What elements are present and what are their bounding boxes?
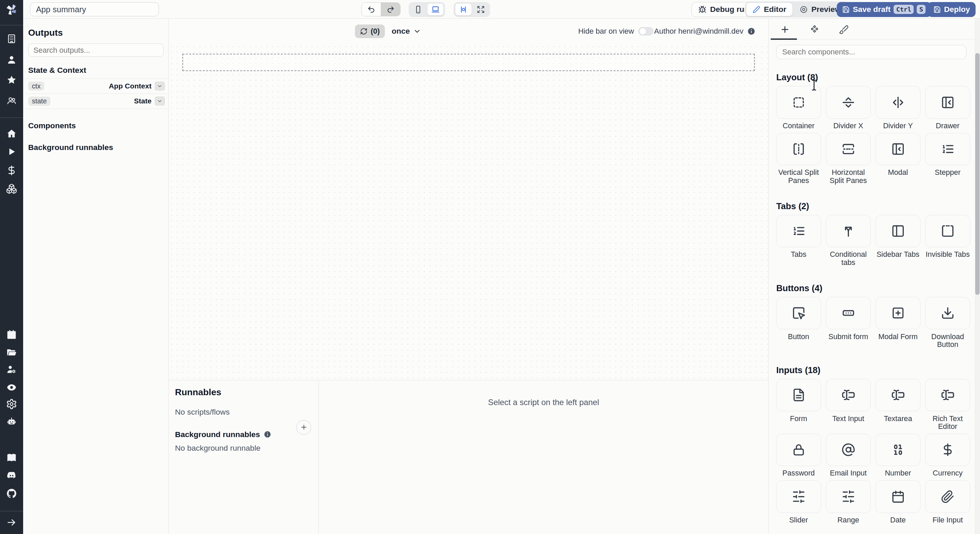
outputs-panel: Outputs State & Context ctxApp Contextst…	[23, 19, 169, 534]
device-toggle-group	[409, 2, 445, 17]
component-tile-container[interactable]	[776, 86, 821, 119]
settings-gear-icon[interactable]	[6, 399, 17, 410]
component-tile-stepper[interactable]	[925, 133, 970, 166]
add-background-runnable-button[interactable]	[296, 420, 311, 434]
deploy-button[interactable]: Deploy	[928, 2, 975, 17]
desktop-view-button[interactable]	[427, 3, 444, 16]
component-cell: Range	[826, 480, 870, 524]
state-context-row-ctx[interactable]: ctxApp Context	[23, 79, 169, 94]
user-icon[interactable]	[6, 55, 17, 65]
component-tile-submit-form[interactable]	[826, 297, 870, 330]
v-split-icon	[792, 142, 805, 156]
component-tile-file-input[interactable]	[925, 480, 970, 513]
component-tile-label: Submit form	[829, 333, 869, 341]
boxes-icon[interactable]	[6, 183, 17, 194]
hide-bar-toggle[interactable]	[638, 27, 653, 35]
tab-editor[interactable]: Editor	[746, 2, 793, 16]
runnables-panel: Runnables No scripts/flows Background ru…	[169, 380, 768, 534]
chevron-down-icon[interactable]	[155, 97, 165, 105]
tab-insert-component[interactable]	[778, 22, 792, 36]
component-tile-number[interactable]	[875, 434, 920, 466]
component-tile-slider[interactable]	[776, 480, 821, 513]
home-icon[interactable]	[6, 128, 17, 139]
fullwidth-button[interactable]	[473, 3, 489, 16]
component-tile-download-button[interactable]	[925, 297, 970, 330]
app-canvas[interactable]	[169, 44, 768, 380]
redo-button[interactable]	[381, 2, 401, 16]
text-input-icon	[891, 388, 905, 402]
redo-icon	[387, 5, 395, 14]
component-tile-label: Horizontal Split Panes	[826, 168, 870, 184]
component-tile-rich-text-editor[interactable]	[925, 379, 970, 412]
component-tile-button[interactable]	[776, 297, 821, 330]
component-tile-currency[interactable]	[925, 434, 970, 466]
component-tile-form[interactable]	[776, 379, 821, 412]
component-tile-sidebar-tabs[interactable]	[875, 215, 920, 248]
save-draft-button[interactable]: Save draft Ctrl S	[837, 2, 931, 17]
building-icon[interactable]	[6, 33, 17, 44]
component-cell: Horizontal Split Panes	[826, 133, 870, 184]
component-tile-textarea[interactable]	[875, 379, 920, 412]
recompute-button[interactable]: (0)	[355, 24, 385, 38]
robot-icon[interactable]	[6, 416, 17, 427]
users-icon[interactable]	[6, 95, 17, 106]
component-tile-divider-y[interactable]	[875, 86, 920, 119]
component-tile-drawer[interactable]	[925, 86, 970, 119]
divider-x-icon	[842, 95, 855, 109]
empty-component-placeholder[interactable]	[182, 54, 754, 71]
calendar-icon	[891, 490, 905, 504]
component-tile-email-input[interactable]	[826, 434, 870, 466]
windmill-logo-icon[interactable]	[4, 2, 19, 18]
book-icon[interactable]	[6, 453, 17, 463]
user-cog-icon[interactable]	[6, 364, 17, 375]
expand-icon	[477, 5, 485, 14]
component-tile-tabs[interactable]	[776, 215, 821, 248]
component-tile-modal[interactable]	[875, 133, 920, 166]
github-icon[interactable]	[6, 488, 17, 499]
recurrence-mode-dropdown[interactable]: once	[392, 27, 421, 36]
center-canvas-button[interactable]	[455, 3, 472, 16]
dollar-sign-icon[interactable]	[6, 165, 17, 176]
chevron-down-icon[interactable]	[155, 82, 165, 91]
component-tile-label: Download Button	[925, 333, 970, 349]
component-tile-divider-x[interactable]	[826, 86, 870, 119]
panel-left-icon	[891, 224, 905, 238]
toggle-knob	[640, 28, 646, 35]
folder-open-icon[interactable]	[6, 347, 17, 358]
app-summary-input[interactable]	[30, 2, 159, 16]
component-cell: Modal	[875, 133, 920, 184]
eye-icon[interactable]	[6, 382, 17, 393]
component-tile-password[interactable]	[776, 434, 821, 466]
component-tile-conditional-tabs[interactable]	[826, 215, 870, 248]
search-outputs-input[interactable]	[28, 43, 164, 57]
canvas-column: (0) once Hide bar on view Author henri@w…	[169, 19, 769, 534]
component-tile-text-input[interactable]	[826, 379, 870, 412]
component-tile-horizontal-split-panes[interactable]	[826, 133, 870, 166]
component-section-title: Layout (8)	[776, 72, 970, 82]
component-tile-modal-form[interactable]	[875, 297, 920, 330]
mobile-view-button[interactable]	[410, 3, 426, 16]
discord-icon[interactable]	[6, 470, 17, 481]
author-info: Author henri@windmill.dev	[654, 27, 755, 36]
panel-scrollbar[interactable]	[975, 19, 980, 534]
component-tile-vertical-split-panes[interactable]	[776, 133, 821, 166]
undo-button[interactable]	[362, 2, 381, 16]
components-library-panel: Layout (8)ContainerDivider XDivider YDra…	[769, 19, 980, 534]
tab-component-settings[interactable]	[808, 22, 821, 36]
component-tile-range[interactable]	[826, 480, 870, 513]
component-tile-label: Divider Y	[883, 122, 913, 130]
rail-divider	[0, 25, 23, 25]
component-cell: Textarea	[875, 379, 920, 430]
component-tile-invisible-tabs[interactable]	[925, 215, 970, 248]
scrollbar-thumb[interactable]	[975, 53, 980, 295]
calendar-icon[interactable]	[6, 330, 17, 340]
component-tile-label: Invisible Tabs	[926, 250, 970, 259]
search-components-input[interactable]	[776, 45, 966, 59]
arrow-right-icon[interactable]	[6, 517, 17, 528]
component-tile-date[interactable]	[875, 480, 920, 513]
star-icon[interactable]	[6, 75, 17, 85]
component-cell: Drawer	[925, 86, 970, 130]
play-icon[interactable]	[6, 146, 17, 157]
state-context-row-state[interactable]: stateState	[23, 94, 169, 109]
tab-theme[interactable]	[837, 22, 850, 36]
